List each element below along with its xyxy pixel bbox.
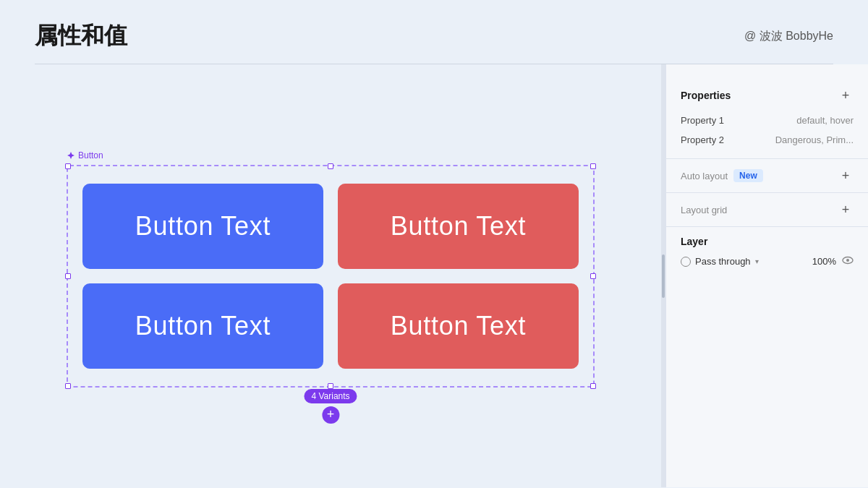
layer-row: Pass through ▾ 100% [681,254,854,268]
layer-right: 100% [812,254,854,268]
handle-br[interactable] [590,383,596,389]
layoutgrid-section: Layout grid + [666,193,868,227]
layer-dropdown-arrow-icon[interactable]: ▾ [755,257,759,265]
main-layout: Button Button Text Button Text Button Te… [0,64,868,487]
page-title: 属性和值 [35,20,127,52]
scroll-thumb[interactable] [662,254,665,298]
handle-tl[interactable] [65,163,71,169]
layer-section: Layer Pass through ▾ 100% [666,227,868,277]
button-red-1[interactable]: Button Text [338,184,579,269]
button-blue-1[interactable]: Button Text [82,184,323,269]
handle-bl[interactable] [65,383,71,389]
autolayout-new-badge: New [733,169,763,182]
autolayout-left: Auto layout New [681,169,763,182]
layer-passthrough-label: Pass through [695,256,751,267]
layer-left: Pass through ▾ [681,256,759,267]
layoutgrid-label: Layout grid [681,205,727,215]
handle-mid-t[interactable] [328,163,333,169]
button-blue-2[interactable]: Button Text [82,283,323,369]
properties-title: Properties [681,90,731,101]
property-1-value: default, hover [796,115,854,126]
eye-icon[interactable] [842,254,854,268]
component-label: Button [67,150,103,160]
handle-mid-l[interactable] [65,273,71,279]
handle-tr[interactable] [590,163,596,169]
author-label: @ 波波 BobbyHe [744,29,833,44]
layer-circle-icon [681,257,691,267]
right-panel: Properties + Property 1 default, hover P… [665,64,868,487]
component-icon [67,151,75,160]
layer-title: Layer [681,236,854,247]
layer-opacity-value: 100% [812,256,836,267]
variants-badge-wrap: 4 Variants + [304,389,357,424]
properties-add-button[interactable]: + [838,87,854,103]
handle-mid-r[interactable] [590,273,596,279]
variants-add-button[interactable]: + [322,406,339,424]
button-red-2[interactable]: Button Text [338,283,579,369]
properties-section: Properties + Property 1 default, hover P… [666,79,868,159]
autolayout-add-button[interactable]: + [838,168,854,184]
handle-mid-b[interactable] [328,383,333,389]
property-row-2: Property 2 Dangerous, Prim... [681,130,854,150]
property-row-1: Property 1 default, hover [681,111,854,130]
header: 属性和值 @ 波波 BobbyHe [0,0,868,64]
layoutgrid-add-button[interactable]: + [838,202,854,218]
component-frame: Button Button Text Button Text Button Te… [67,165,595,388]
component-name-label: Button [78,150,103,160]
canvas-area: Button Button Text Button Text Button Te… [0,64,661,487]
svg-point-1 [846,259,849,262]
variants-badge: 4 Variants [304,389,357,403]
properties-section-header: Properties + [681,87,854,103]
autolayout-label: Auto layout [681,171,728,181]
property-2-name: Property 2 [681,134,724,145]
property-1-name: Property 1 [681,115,724,126]
autolayout-section: Auto layout New + [666,159,868,193]
property-2-value: Dangerous, Prim... [775,134,854,145]
button-grid: Button Text Button Text Button Text Butt… [82,184,579,369]
